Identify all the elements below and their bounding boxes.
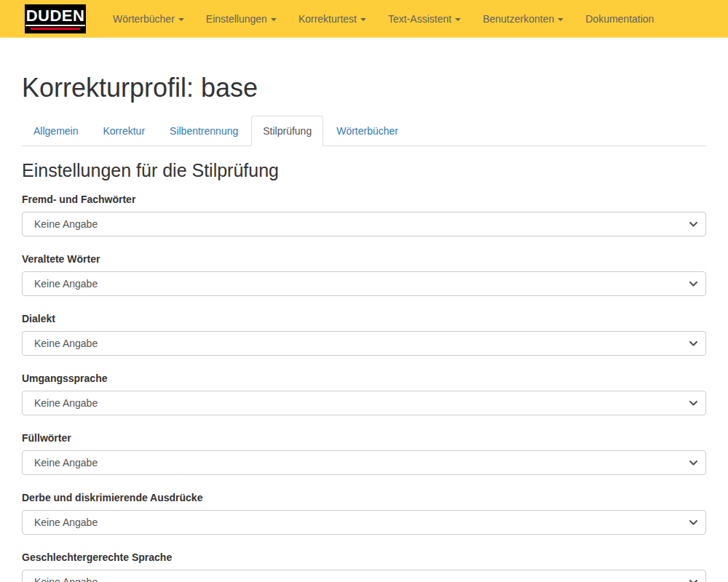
field-label: Füllwörter bbox=[22, 431, 706, 445]
field-label: Umgangssprache bbox=[22, 371, 706, 386]
derbe-ausdruecke-select[interactable]: Keine Angabe bbox=[22, 510, 706, 535]
geschlechtergerechte-sprache-select[interactable]: Keine Angabe bbox=[22, 570, 706, 582]
tab-stilpruefung[interactable]: Stilprüfung bbox=[251, 116, 323, 146]
section-title: Einstellungen für die Stilprüfung bbox=[22, 160, 706, 180]
brand-wordmark: DUDEN bbox=[25, 8, 86, 26]
veraltete-woerter-select[interactable]: Keine Angabe bbox=[22, 271, 706, 296]
field-veraltete-woerter: Veraltete Wörter Keine Angabe bbox=[22, 252, 706, 296]
umgangssprache-select[interactable]: Keine Angabe bbox=[22, 391, 706, 415]
chevron-down-icon bbox=[271, 18, 277, 21]
field-fuellwoerter: Füllwörter Keine Angabe bbox=[22, 431, 706, 475]
main-content: Korrekturprofil: base Allgemein Korrektu… bbox=[0, 73, 728, 582]
nav-item-text-assistent[interactable]: Text-Assistent bbox=[377, 1, 472, 37]
field-geschlechtergerechte-sprache: Geschlechtergerechte Sprache Keine Angab… bbox=[22, 550, 706, 582]
nav-item-label: Korrekturtest bbox=[298, 13, 357, 25]
tab-allgemein[interactable]: Allgemein bbox=[22, 116, 90, 146]
field-label: Veraltete Wörter bbox=[22, 252, 706, 266]
tab-woerterbuecher[interactable]: Wörterbücher bbox=[325, 116, 410, 146]
brand-logo[interactable]: DUDEN bbox=[25, 4, 86, 33]
chevron-down-icon bbox=[178, 18, 184, 21]
nav-item-benutzerkonten[interactable]: Benutzerkonten bbox=[472, 1, 574, 37]
field-umgangssprache: Umgangssprache Keine Angabe bbox=[22, 371, 706, 415]
chevron-down-icon bbox=[455, 18, 461, 21]
fuellwoerter-select[interactable]: Keine Angabe bbox=[22, 450, 706, 475]
fremd-und-fachwoerter-select[interactable]: Keine Angabe bbox=[22, 212, 706, 236]
page-title: Korrekturprofil: base bbox=[22, 73, 706, 103]
brand-red-underline bbox=[31, 28, 80, 30]
field-label: Derbe und diskrimierende Ausdrücke bbox=[22, 490, 706, 505]
field-dialekt: Dialekt Keine Angabe bbox=[22, 311, 706, 356]
field-derbe-und-diskrimierende-ausdruecke: Derbe und diskrimierende Ausdrücke Keine… bbox=[22, 490, 706, 535]
field-label: Fremd- und Fachwörter bbox=[22, 192, 706, 207]
field-fremd-und-fachwoerter: Fremd- und Fachwörter Keine Angabe bbox=[22, 192, 706, 236]
chevron-down-icon bbox=[558, 18, 563, 21]
tab-korrektur[interactable]: Korrektur bbox=[91, 116, 157, 146]
field-label: Dialekt bbox=[22, 311, 706, 326]
tab-silbentrennung[interactable]: Silbentrennung bbox=[158, 116, 250, 146]
nav-item-label: Wörterbücher bbox=[113, 13, 175, 25]
nav-item-label: Benutzerkonten bbox=[483, 13, 554, 25]
top-navbar: DUDEN Wörterbücher Einstellungen Korrekt… bbox=[0, 0, 728, 38]
nav-item-einstellungen[interactable]: Einstellungen bbox=[195, 1, 288, 37]
nav-item-label: Text-Assistent bbox=[388, 13, 451, 25]
nav-item-label: Einstellungen bbox=[206, 13, 267, 25]
field-label: Geschlechtergerechte Sprache bbox=[22, 550, 706, 565]
chevron-down-icon bbox=[360, 18, 366, 21]
nav-item-woerterbuecher[interactable]: Wörterbücher bbox=[102, 1, 195, 37]
dialekt-select[interactable]: Keine Angabe bbox=[22, 331, 706, 356]
nav-item-label: Dokumentation bbox=[585, 13, 654, 25]
nav-item-korrekturtest[interactable]: Korrekturtest bbox=[288, 1, 377, 37]
navbar-menu: Wörterbücher Einstellungen Korrekturtest… bbox=[102, 1, 665, 37]
nav-item-dokumentation[interactable]: Dokumentation bbox=[574, 1, 665, 37]
profile-tabs: Allgemein Korrektur Silbentrennung Stilp… bbox=[22, 116, 706, 146]
